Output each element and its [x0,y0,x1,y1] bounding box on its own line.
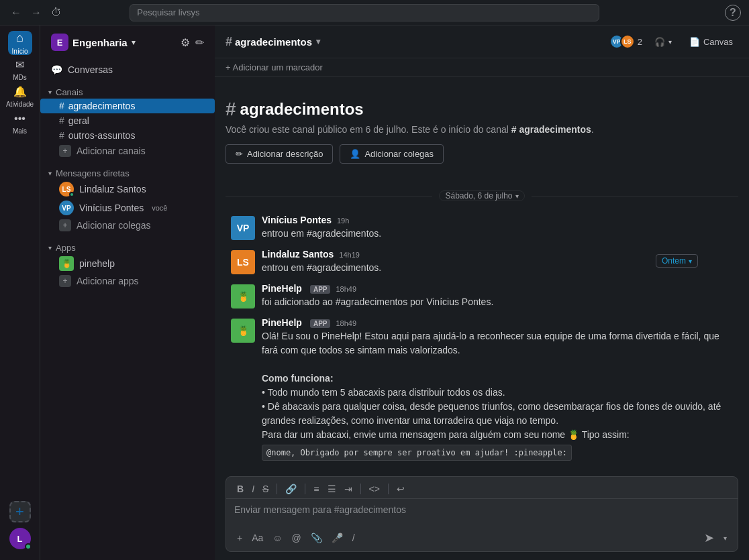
nav-mds[interactable]: ✉ MDs [8,58,32,82]
channel-title-chevron: ▾ [316,37,320,46]
message-time-1: 19h [337,217,349,225]
dm-vinicius[interactable]: VP Vinícius Pontes você [40,199,215,217]
nav-atividade[interactable]: 🔔 Atividade [8,85,32,109]
canais-header[interactable]: ▾ Canais [40,83,215,99]
undo-button[interactable]: ↩ [394,482,407,496]
canvas-button[interactable]: 📄 Canvas [684,34,738,50]
add-colegas-item[interactable]: + Adicionar colegas [40,217,215,233]
dms-header[interactable]: ▾ Mensagens diretas [40,164,215,180]
user-avatar[interactable]: L [9,528,31,549]
message-text-3: foi adicionado ao #agradecimentos por Vi… [262,295,733,309]
message-author-3[interactable]: PineHelp [262,283,302,294]
member-avatar-2: LS [620,34,635,49]
channel-geral[interactable]: # geral [40,113,215,128]
huddle-button[interactable]: 🎧 ▾ [649,34,677,50]
add-channel-icon: + [59,145,71,157]
message-header-3: PineHelp APP 18h49 [262,283,733,294]
unordered-list-button[interactable]: ☰ [325,482,339,496]
messages-area[interactable]: # agradecimentos Você criou este canal p… [215,77,749,476]
filter-button[interactable]: ⚙ [181,36,190,49]
channel-title-name: agradecimentos [235,36,312,48]
bold-button[interactable]: B [234,482,246,496]
add-desc-button[interactable]: ✏ Adicionar descrição [226,144,333,164]
pinehelp-greeting: Olá! Eu sou o PineHelp! Estou aqui para … [262,329,733,357]
channel-agradecimentos[interactable]: # agradecimentos [40,99,215,113]
link-button[interactable]: 🔗 [283,482,299,496]
channel-title[interactable]: # agradecimentos ▾ [226,35,320,49]
send-options-button[interactable]: ▾ [721,533,730,543]
nav-inicio[interactable]: ⌂ Início [8,31,32,55]
dm-lindaluz[interactable]: LS Lindaluz Santos [40,180,215,199]
welcome-channel-name: # agradecimentos [511,124,591,135]
message-input-field[interactable]: Enviar mensagem para #agradecimentos [226,499,738,526]
pinehelp-cta: 🍍 Sua vez de tentar! [262,463,733,476]
workspace-chevron: ▾ [132,38,136,47]
welcome-title: # agradecimentos [226,99,738,120]
message-content-1: Vinícius Pontes 19h entrou em #agradecim… [262,215,733,241]
history-button[interactable]: ⏱ [48,4,64,21]
message-author-4[interactable]: PineHelp [262,317,302,328]
thread-button-2[interactable]: Ontem ▾ [656,254,698,268]
mention-button[interactable]: @ [289,531,304,545]
topbar: ← → ⏱ ? [0,0,749,25]
search-bar [130,4,599,21]
huddle-icon: 🎧 [654,37,665,47]
message-author-2[interactable]: Lindaluz Santos [262,249,334,260]
add-workspace-button[interactable]: + [9,501,31,522]
input-bottom-bar: + Aa ☺ @ 📎 🎤 / ➤ ▾ [226,526,738,551]
text-format-button[interactable]: Aa [249,531,266,545]
indent-button[interactable]: ⇥ [342,482,355,496]
help-button[interactable]: ? [725,5,741,21]
apps-header[interactable]: ▾ Apps [40,239,215,254]
person-icon: 👤 [350,149,360,159]
add-colegas-label: Adicionar colegas [77,220,151,231]
channel-hash-icon: # [59,115,64,126]
nav-mais[interactable]: ••• Mais [8,111,32,135]
strike-button[interactable]: S [260,482,271,496]
plus-button[interactable]: + [234,531,245,545]
you-tag: você [152,204,167,212]
code-button[interactable]: <> [366,482,383,496]
file-button[interactable]: 📎 [308,531,325,545]
channel-outros-assuntos[interactable]: # outros-assuntos [40,128,215,143]
channel-hash-icon: # [59,101,64,111]
dms-header-label: Mensagens diretas [56,168,130,178]
channel-name: outros-assuntos [68,130,136,141]
ordered-list-button[interactable]: ≡ [311,482,321,496]
message-author-1[interactable]: Vinícius Pontes [262,215,332,225]
apps-chevron-icon: ▾ [48,244,52,251]
message-text-1: entrou em #agradecimentos. [262,227,733,241]
app-pinehelp[interactable]: 🍍 pinehelp [40,254,215,273]
add-channel-label: Adicionar canais [77,146,146,156]
add-channel-item[interactable]: + Adicionar canais [40,143,215,159]
sidebar-nav: ⌂ Início ✉ MDs 🔔 Atividade ••• Mais + L [0,25,40,560]
member-avatars[interactable]: VP LS 2 [609,34,642,49]
mic-button[interactable]: 🎤 [329,531,346,545]
workspace-label: Engenharia [72,37,128,48]
add-apps-item[interactable]: + Adicionar apps [40,273,215,289]
compose-button[interactable]: ✏ [195,36,204,49]
emoji-button[interactable]: ☺ [270,531,285,545]
toolbar-sep-2 [305,484,305,494]
welcome-actions: ✏ Adicionar descrição 👤 Adicionar colega… [226,144,738,164]
conversas-item[interactable]: 💬 Conversas [40,62,215,78]
add-colegas-button[interactable]: 👤 Adicionar colegas [340,144,444,164]
nav-atividade-label: Atividade [6,101,34,108]
search-input[interactable] [130,4,599,21]
nav-inicio-label: Início [12,48,28,55]
sidebar-header-actions: ⚙ ✏ [181,36,204,49]
workspace-name[interactable]: E Engenharia ▾ [51,34,136,51]
send-button[interactable]: ➤ [700,528,718,547]
italic-button[interactable]: I [249,482,257,496]
input-bottom-left: + Aa ☺ @ 📎 🎤 / [234,531,358,545]
slash-button[interactable]: / [350,531,358,545]
add-desc-label: Adicionar descrição [247,149,323,159]
input-toolbar: B I S 🔗 ≡ ☰ ⇥ <> ↩ [226,477,738,499]
date-label-sabado[interactable]: Sábado, 6 de julho ▾ [439,190,524,201]
message-input-container: B I S 🔗 ≡ ☰ ⇥ <> ↩ Enviar mensagem para … [226,476,738,552]
add-bookmark-link[interactable]: + Adicionar um marcador [226,62,323,72]
back-button[interactable]: ← [8,4,24,21]
channel-area: # agradecimentos ▾ VP LS 2 🎧 ▾ 📄 Canvas [215,25,749,560]
message-header-4: PineHelp APP 18h49 [262,317,733,328]
forward-button[interactable]: → [28,4,44,21]
